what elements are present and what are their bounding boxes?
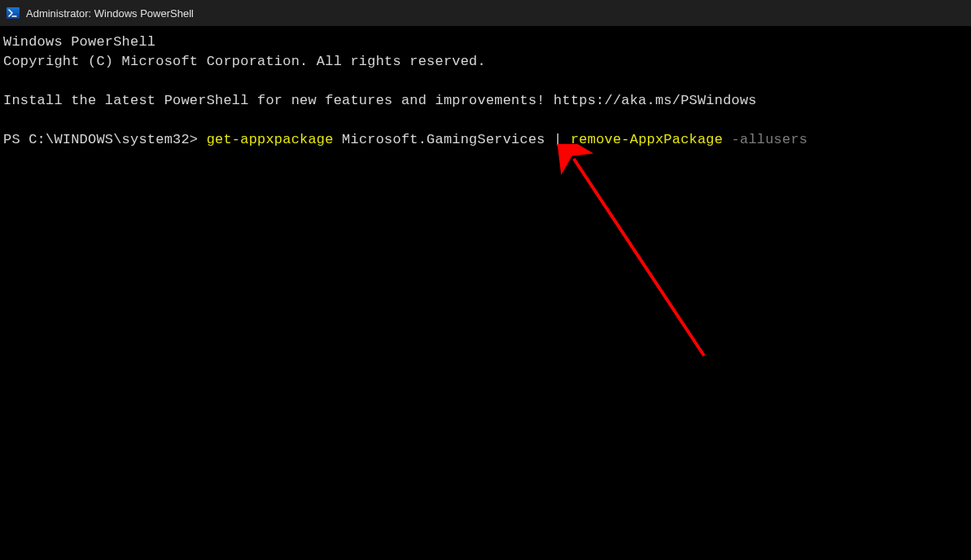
space: [723, 132, 731, 147]
argument: Microsoft.GamingServices: [334, 132, 553, 147]
pipe: |: [553, 132, 562, 147]
prompt-text: PS C:\WINDOWS\system32>: [3, 132, 207, 147]
prompt-line: PS C:\WINDOWS\system32> get-appxpackage …: [3, 130, 968, 150]
blank-line: [3, 72, 968, 91]
window-title: Administrator: Windows PowerShell: [26, 7, 194, 20]
powershell-icon: [7, 7, 20, 20]
svg-line-3: [574, 159, 704, 356]
output-line: Windows PowerShell: [3, 33, 968, 52]
blank-line: [3, 111, 968, 130]
titlebar[interactable]: Administrator: Windows PowerShell: [0, 0, 971, 26]
space: [562, 132, 571, 147]
output-line: Copyright (C) Microsoft Corporation. All…: [3, 52, 968, 72]
arrow-annotation-icon: [553, 144, 716, 364]
cmdlet: remove-AppxPackage: [571, 132, 723, 147]
svg-rect-1: [7, 7, 20, 19]
terminal-area[interactable]: Windows PowerShell Copyright (C) Microso…: [0, 26, 971, 560]
parameter: -allusers: [732, 132, 808, 147]
output-line: Install the latest PowerShell for new fe…: [3, 91, 968, 111]
cmdlet: get-appxpackage: [207, 132, 334, 147]
